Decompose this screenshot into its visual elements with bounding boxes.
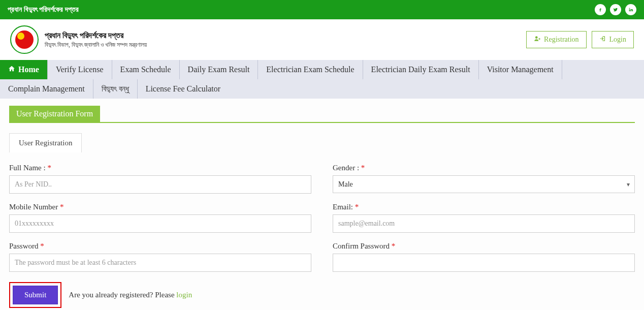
section-title-wrap: User Registration Form (9, 106, 635, 123)
main-nav: Home Verify License Exam Schedule Daily … (0, 60, 644, 99)
social-icons (595, 4, 636, 15)
header-text: প্রধান বিদ্যুৎ পরিদর্শকের দপ্তর বিদ্যুৎ … (45, 31, 147, 49)
full-name-label: Full Name : * (9, 164, 311, 172)
nav-verify-license[interactable]: Verify License (48, 60, 112, 79)
header-left: প্রধান বিদ্যুৎ পরিদর্শকের দপ্তর বিদ্যুৎ … (10, 25, 147, 54)
signin-icon (599, 35, 606, 44)
nav-label: License Fee Calculator (146, 84, 221, 94)
tabs: User Registration (9, 133, 635, 152)
nav-label: Visitor Management (487, 65, 554, 74)
nav-label: Complain Management (8, 84, 85, 94)
nav-electrician-exam-schedule[interactable]: Electrician Exam Schedule (258, 60, 363, 79)
header-right: Registration Login (526, 31, 634, 48)
field-gender: Gender : * Male (333, 164, 635, 194)
top-bar-title: প্রধান বিদ্যুৎ পরিদর্শকের দপ্তর (8, 6, 79, 14)
facebook-icon[interactable] (595, 4, 606, 15)
nav-label: বিদ্যুৎ বন্ধু (102, 84, 129, 94)
nav-exam-schedule[interactable]: Exam Schedule (112, 60, 180, 79)
password-input[interactable] (9, 254, 311, 272)
mobile-label: Mobile Number * (9, 203, 311, 211)
full-name-input[interactable] (9, 175, 311, 194)
login-hint: Are you already registered? Please login (69, 291, 192, 299)
field-mobile: Mobile Number * (9, 203, 311, 233)
field-password: Password * (9, 242, 311, 272)
gender-select[interactable]: Male (333, 175, 635, 193)
nav-visitor-management[interactable]: Visitor Management (479, 60, 562, 79)
registration-button[interactable]: Registration (526, 31, 586, 48)
form-footer: Submit Are you already registered? Pleas… (9, 282, 635, 308)
site-logo (10, 25, 39, 54)
gender-label: Gender : * (333, 164, 635, 172)
header-title: প্রধান বিদ্যুৎ পরিদর্শকের দপ্তর (45, 31, 147, 40)
header: প্রধান বিদ্যুৎ পরিদর্শকের দপ্তর বিদ্যুৎ … (0, 19, 644, 60)
field-confirm-password: Confirm Password * (333, 242, 635, 272)
user-plus-icon (534, 35, 541, 44)
nav-label: Electrician Daily Exam Result (371, 65, 470, 74)
twitter-icon[interactable] (610, 4, 621, 15)
home-icon (8, 65, 15, 74)
email-label: Email: * (333, 203, 635, 211)
submit-button[interactable]: Submit (13, 286, 58, 304)
confirm-password-label: Confirm Password * (333, 242, 635, 251)
svg-point-0 (535, 36, 538, 39)
password-label: Password * (9, 242, 311, 251)
nav-label: Verify License (56, 65, 104, 74)
field-email: Email: * (333, 203, 635, 233)
login-label: Login (609, 36, 626, 44)
login-link[interactable]: login (176, 291, 192, 299)
header-subtitle: বিদ্যুৎ বিভাগ, বিদ্যুৎ জ্বালানি ও খনিজ স… (45, 41, 147, 49)
confirm-password-input[interactable] (333, 254, 635, 272)
field-full-name: Full Name : * (9, 164, 311, 194)
submit-highlight: Submit (9, 282, 61, 308)
nav-home[interactable]: Home (0, 60, 48, 79)
nav-label: Home (18, 65, 39, 74)
login-button[interactable]: Login (592, 31, 634, 48)
nav-daily-exam-result[interactable]: Daily Exam Result (180, 60, 259, 79)
registration-label: Registration (544, 36, 578, 44)
registration-form: Full Name : * Gender : * Male Mobile Num… (9, 152, 635, 272)
nav-label: Daily Exam Result (188, 65, 250, 74)
top-bar: প্রধান বিদ্যুৎ পরিদর্শকের দপ্তর (0, 0, 644, 19)
nav-complain-management[interactable]: Complain Management (0, 79, 93, 99)
nav-license-fee-calculator[interactable]: License Fee Calculator (138, 79, 229, 99)
email-input[interactable] (333, 214, 635, 233)
linkedin-icon[interactable] (625, 4, 636, 15)
tab-user-registration[interactable]: User Registration (9, 133, 82, 152)
nav-label: Exam Schedule (120, 65, 171, 74)
nav-label: Electrician Exam Schedule (266, 65, 354, 74)
section-title: User Registration Form (9, 106, 100, 122)
nav-electrician-daily-exam-result[interactable]: Electrician Daily Exam Result (363, 60, 479, 79)
mobile-input[interactable] (9, 214, 311, 233)
content: User Registration Form User Registration… (0, 99, 644, 310)
nav-bidyut-bondhu[interactable]: বিদ্যুৎ বন্ধু (93, 79, 138, 99)
